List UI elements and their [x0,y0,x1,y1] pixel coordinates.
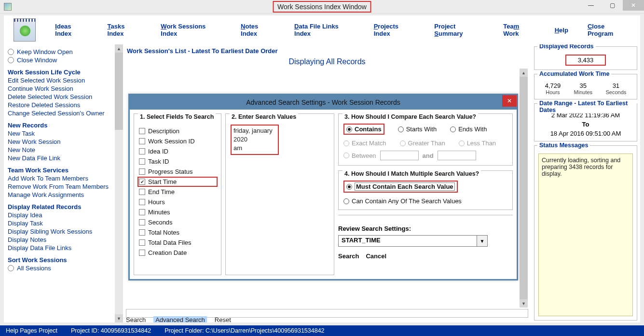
nav-notes-index[interactable]: Notes Index [241,23,275,37]
nav-close-program[interactable]: Close Program [588,23,630,37]
radio-starts-with[interactable]: Starts With [398,124,437,135]
link-new-data-file-link[interactable]: New Data File Link [8,154,114,162]
field-checkbox-description[interactable]: Description [139,127,216,135]
box-legend: Date Range - Latest To Earliest Dates [537,100,637,113]
review-dropdown[interactable]: START_TIME ▼ [338,235,488,247]
link-display-idea[interactable]: Display Idea [8,211,114,219]
scroll-down-icon[interactable]: ▼ [520,299,528,308]
nav-team-work[interactable]: Team Work [503,23,535,37]
checkbox-icon [139,199,145,205]
panel-legend: 3. How Should I Compare Each Search Valu… [343,113,478,120]
scroll-up-icon[interactable]: ▲ [115,44,123,53]
link-continue-work-session[interactable]: Continue Work Session [8,85,114,92]
link-new-note[interactable]: New Note [8,146,114,154]
scroll-up-icon[interactable]: ▲ [520,69,528,77]
nav-work-sessions-index[interactable]: Work Sessions Index [161,23,221,37]
link-manage-work-assignments[interactable]: Manage Work Assignments [8,191,114,198]
nav-projects-index[interactable]: Projects Index [374,23,415,37]
modal-search-button[interactable]: Search [338,252,359,260]
radio-ends-with[interactable]: Ends With [450,124,487,135]
field-checkbox-idea-id[interactable]: Idea ID [139,148,216,155]
link-display-data-file-links[interactable]: Display Data File Links [8,244,114,252]
panel-match: 4. How Should I Match Multiple Search Va… [338,170,513,210]
nav-ideas-index[interactable]: Ideas Index [55,23,88,37]
modal-close-button[interactable]: ✕ [502,95,517,107]
chevron-down-icon[interactable]: ▼ [477,236,487,246]
checkbox-icon [139,148,145,154]
scroll-thumb[interactable] [115,53,123,130]
field-checkbox-minutes[interactable]: Minutes [139,209,216,216]
field-checkbox-work-session-id[interactable]: Work Session ID [139,138,216,145]
between-to-input[interactable] [438,151,476,160]
panel-select-fields: 1. Select Fields To Search DescriptionWo… [134,113,221,275]
between-from-input[interactable] [380,151,419,160]
status-project-folder: Project Folder: C:\Users\Darren\Projects… [164,327,324,334]
field-checkbox-start-time[interactable]: ✔Start Time [139,178,216,185]
status-help[interactable]: Help Pages Project [6,327,57,334]
window-controls: — ▢ ✕ [580,0,644,11]
field-checkbox-total-notes[interactable]: Total Notes [139,229,216,236]
link-remove-work-team[interactable]: Remove Work From Team Members [8,183,114,190]
link-display-task[interactable]: Display Task [8,220,114,227]
checkbox-label: Task ID [148,158,169,165]
section-new-records: New Records [8,122,114,129]
field-checkbox-total-data-files[interactable]: Total Data Files [139,239,216,246]
search-values-box[interactable]: friday, january 2020 am [231,125,279,155]
maximize-button[interactable]: ▢ [602,0,623,11]
scroll-down-icon[interactable]: ▼ [115,314,123,322]
list-scrollbar[interactable]: ▲ ▼ [520,69,528,308]
link-new-work-session[interactable]: New Work Session [8,138,114,145]
app-logo-icon [14,18,36,42]
modal-titlebar: Advanced Search Settings - Work Session … [130,95,517,110]
nav-project-summary[interactable]: Project Summary [434,23,484,37]
app-icon [4,3,12,11]
link-edit-selected-work-session[interactable]: Edit Selected Work Session [8,77,114,84]
link-change-session-owner[interactable]: Change Selected Session's Owner [8,110,114,117]
modal-cancel-button[interactable]: Cancel [366,252,386,260]
nav-help[interactable]: Help [555,27,568,34]
link-advanced-search[interactable]: Advanced Search [153,316,207,322]
field-checkbox-task-id[interactable]: Task ID [139,158,216,165]
radio-greater-than: Greater Than [400,140,445,147]
link-reset[interactable]: Reset [215,316,231,322]
modal-body: 1. Select Fields To Search DescriptionWo… [130,110,517,279]
nav-tasks-index[interactable]: Tasks Index [108,23,142,37]
panel-legend: 1. Select Fields To Search [138,113,216,120]
link-display-notes[interactable]: Display Notes [8,236,114,243]
center-pane: Work Session's List - Latest To Earliest… [123,44,531,322]
radio-close-window[interactable]: Close Window [8,56,114,64]
checkbox-icon [139,229,145,236]
link-add-work-team[interactable]: Add Work To Team Members [8,175,114,182]
radio-keep-window-open[interactable]: Keep Window Open [8,48,114,56]
close-window-button[interactable]: ✕ [623,0,644,11]
radio-all-sessions[interactable]: All Sessions [8,265,114,272]
field-checkbox-hours[interactable]: Hours [139,198,216,206]
checkbox-label: Start Time [148,178,177,185]
radio-between: Between [343,152,376,159]
search-value-line: 2020 [233,135,276,144]
box-accumulated-time: Accumulated Work Time 4,729Hours 35Minut… [534,74,637,99]
checkbox-label: Hours [148,198,165,206]
link-restore-deleted-sessions[interactable]: Restore Deleted Sessions [8,101,114,109]
nav-data-file-links-index[interactable]: Data File Links Index [294,23,355,37]
radio-must-contain-each[interactable]: Must Contain Each Search Value [346,182,455,191]
link-delete-selected-work-session[interactable]: Delete Selected Work Session [8,93,114,100]
field-checkbox-creation-date[interactable]: Creation Date [139,249,216,256]
minimize-button[interactable]: — [580,0,602,11]
panel-legend: 4. How Should I Match Multiple Search Va… [343,170,481,177]
radio-can-contain-any[interactable]: Can Contain Any Of The Search Values [343,197,507,205]
radio-contains[interactable]: Contains [346,126,382,133]
list-body: ▲ ▼ Advanced Search Settings - Work Sess… [126,68,528,308]
titlebar: Work Sessions Index Window — ▢ ✕ [0,0,644,14]
link-new-task[interactable]: New Task [8,130,114,137]
status-project-id: Project ID: 400956931534842 [71,327,151,334]
field-checkbox-progress-status[interactable]: Progress Status [139,168,216,175]
sidebar-scrollbar[interactable]: ▲ ▼ [115,44,123,322]
scroll-thumb[interactable] [520,77,528,299]
field-checkbox-seconds[interactable]: Seconds [139,219,216,226]
link-display-sibling-work-sessions[interactable]: Display Sibling Work Sessions [8,228,114,235]
field-checkbox-end-time[interactable]: End Time [139,188,216,196]
acc-minutes: 35 [574,82,593,89]
link-search[interactable]: Search [126,316,146,322]
section-sort-work-sessions: Sort Work Sessions [8,256,114,264]
